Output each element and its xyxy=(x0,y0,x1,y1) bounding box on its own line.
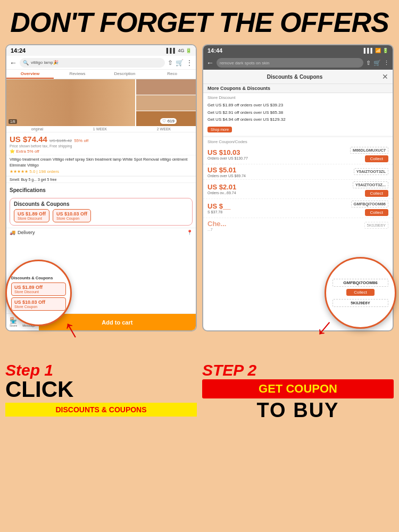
discount-amount-1: US $1.89 Off xyxy=(18,211,46,217)
status-bar-right: 14:44 ▌▌▌ 📶 🔋 xyxy=(203,45,393,56)
tab-reco[interactable]: Reco xyxy=(148,70,196,79)
coupon-min-1: Orders over US $130.77 xyxy=(207,156,248,160)
coupon-code-1: M66DLGMUXUC7 xyxy=(350,147,388,154)
time-right: 14:44 xyxy=(207,47,222,54)
week-labels: original 1 WEEK 2 WEEK xyxy=(6,126,196,132)
search-text-left: vitiligo lamp🎉 xyxy=(31,60,59,65)
coupon-min-3: Orders ov...69.74 xyxy=(207,191,236,195)
page-container: DON'T FORGET THE OFFERS 14:24 ▌▌▌ 4G 🔋 ←… xyxy=(0,0,399,532)
delivery-section: 🚚 Delivery 📍 xyxy=(6,228,196,237)
rating: ★★★★★ 5.0 | 198 orders xyxy=(10,169,193,174)
label-original: original xyxy=(31,127,44,131)
coupon-item-2: US $5.01 Orders over US $69.74 Y5AIZTOOT… xyxy=(203,164,393,180)
magnify-title-left: Discounts & Coupons xyxy=(11,276,53,280)
coupon-amount-1: US $10.03 xyxy=(207,148,248,156)
phones-row: 14:24 ▌▌▌ 4G 🔋 ← 🔍 vitiligo lamp🎉 ⇧ 🛒 ⋮ xyxy=(0,44,399,358)
extra-off: ⭐ Extra 5% off xyxy=(10,149,193,154)
time-left: 14:24 xyxy=(11,47,26,54)
rm-collect-btn[interactable]: Collect xyxy=(346,289,374,296)
likes-badge: ♡ 619 xyxy=(160,118,177,124)
store-discount-3: Get US $4.94 off orders over US $129.32 xyxy=(207,116,388,123)
product-title: Vitiligo treatment cream Vitiligo relief… xyxy=(10,157,193,168)
rm-code2: 5K0J9E6Y xyxy=(332,299,388,307)
search-box-right[interactable]: remove dark spots on skin xyxy=(217,58,363,68)
share-icon-left[interactable]: ⇧ xyxy=(168,59,173,66)
share-icon-right[interactable]: ⇧ xyxy=(366,60,371,66)
status-bar-left: 14:24 ▌▌▌ 4G 🔋 xyxy=(6,45,196,56)
cart-icon-left[interactable]: 🛒 xyxy=(176,59,184,66)
step1-num: Step 1 xyxy=(5,362,197,378)
step2-get-text: GET COUPON xyxy=(259,382,337,395)
magnify-item-2: US $10.03 Off Store Coupon xyxy=(11,297,66,311)
step1-action: CLICK xyxy=(5,378,197,401)
coupon-amount-5: Che... xyxy=(207,220,226,228)
store-discount-title: Store Discount xyxy=(207,95,388,100)
delivery-label: Delivery xyxy=(18,230,35,235)
status-icons-right: ▌▌▌ 📶 🔋 xyxy=(364,48,388,53)
search-box-left[interactable]: 🔍 vitiligo lamp🎉 xyxy=(20,58,165,68)
collect-btn-3[interactable]: Collect xyxy=(365,190,388,197)
product-images: 1/8 ♡ 619 xyxy=(6,79,196,126)
tab-bar-left: Overview Reviews Description Reco xyxy=(6,70,196,79)
nav-bar-left: ← 🔍 vitiligo lamp🎉 ⇧ 🛒 ⋮ xyxy=(6,56,196,70)
store-discount-2: Get US $2.91 off orders over US $65.38 xyxy=(207,109,388,117)
main-title: DON'T FORGET THE OFFERS xyxy=(0,0,399,42)
discount-label-2: Store Coupon xyxy=(56,217,87,220)
buy-strip: Smell: Buy 5 g... 3 get 5 free xyxy=(6,176,196,182)
rm-code-label: GMFBQI7OOM86 xyxy=(332,279,388,287)
coupon-amount-3: US $2.01 xyxy=(207,183,236,191)
search-icon-left: 🔍 xyxy=(23,60,29,65)
coupon-amount-4: US $__ xyxy=(207,202,230,210)
collect-btn-4[interactable]: Collect xyxy=(365,209,388,216)
collect-btn-1[interactable]: Collect xyxy=(365,155,388,162)
left-phone-wrapper: 14:24 ▌▌▌ 4G 🔋 ← 🔍 vitiligo lamp🎉 ⇧ 🛒 ⋮ xyxy=(5,44,197,358)
price-off: 55% off xyxy=(74,138,88,143)
step1-banner: DISCOUNTS & COUPONS xyxy=(5,403,197,417)
product-desc: Vitiligo treatment cream Vitiligo relief… xyxy=(6,155,196,176)
modal-sub: More Coupons & Discounts xyxy=(203,84,393,93)
modal-header: Discounts & Coupons ✕ xyxy=(203,70,393,84)
price-main: US $74.44 xyxy=(10,135,47,144)
cart-icon-right[interactable]: 🛒 xyxy=(373,60,381,66)
coupon-min-4: S $37.78 xyxy=(207,210,230,214)
step2-num: STEP 2 xyxy=(202,362,394,378)
specs-title: Specifications xyxy=(10,187,46,193)
delivery-icon: 🚚 xyxy=(10,230,15,235)
label-2week: 2 WEEK xyxy=(157,127,171,131)
more-icon-left[interactable]: ⋮ xyxy=(186,59,193,66)
tab-overview[interactable]: Overview xyxy=(6,70,54,79)
modal-title: Discounts & Coupons xyxy=(267,74,322,80)
step2-get-box: GET COUPON xyxy=(202,379,394,398)
label-1week: 1 WEEK xyxy=(93,127,107,131)
store-icon[interactable]: 🏪 Store xyxy=(10,317,17,327)
discounts-title: Discounts & Coupons xyxy=(14,201,188,207)
buy-text: Smell: Buy 5 g... 3 get 5 free xyxy=(10,178,56,181)
steps-row: Step 1 CLICK DISCOUNTS & COUPONS STEP 2 … xyxy=(0,359,399,422)
discount-item-2: US $10.03 Off Store Coupon xyxy=(53,209,91,222)
coupon-item-5: Che... ...7 5K0J9E6Y xyxy=(203,218,393,233)
back-arrow-left[interactable]: ← xyxy=(10,59,17,67)
specs-section: Specifications xyxy=(6,182,196,196)
coupon-amount-2: US $5.01 xyxy=(207,166,246,174)
modal-close-icon[interactable]: ✕ xyxy=(382,72,388,81)
more-icon-right[interactable]: ⋮ xyxy=(384,60,389,66)
tab-reviews[interactable]: Reviews xyxy=(54,70,101,79)
location-icon: 📍 xyxy=(187,230,193,235)
coupon-code-2: Y5AIZTOOT3ZL xyxy=(354,168,388,175)
status-icons-left: ▌▌▌ 4G 🔋 xyxy=(167,48,192,53)
shop-more-btn[interactable]: Shop more xyxy=(207,127,232,132)
right-phone-wrapper: 14:44 ▌▌▌ 📶 🔋 ← remove dark spots on ski… xyxy=(202,44,394,358)
step-2: STEP 2 GET COUPON TO BUY xyxy=(202,362,394,422)
price-note: Price shown before tax, Free shipping xyxy=(10,144,193,148)
coupon-item-1: US $10.03 Orders over US $130.77 M66DLGM… xyxy=(203,145,393,164)
back-arrow-right[interactable]: ← xyxy=(206,59,214,67)
tab-description[interactable]: Description xyxy=(101,70,148,79)
store-discount-section: Store Discount Get US $1.89 off orders o… xyxy=(203,93,393,137)
price-section: US $74.44 US $165.42 55% off Price shown… xyxy=(6,132,196,155)
coupon-codes-title: Store Coupon/Codes xyxy=(203,137,393,145)
discounts-banner[interactable]: Discounts & Coupons US $1.89 Off Store D… xyxy=(10,198,193,226)
discount-item-1: US $1.89 Off Store Discount xyxy=(14,209,49,222)
store-discount-1: Get US $1.89 off orders over US $39.23 xyxy=(207,102,388,109)
discount-amount-2: US $10.03 Off xyxy=(56,211,87,217)
coupon-code-4: GMFBQI7OOM86 xyxy=(351,201,388,207)
